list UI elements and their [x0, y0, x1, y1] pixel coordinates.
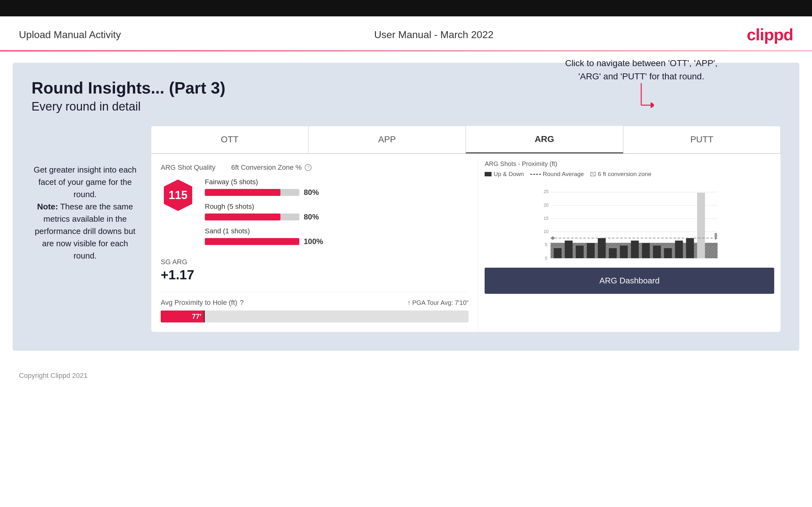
- arg-dashboard-button[interactable]: ARG Dashboard: [485, 268, 774, 294]
- card-body: ARG Shot Quality 6ft Conversion Zone % ?: [151, 154, 780, 332]
- legend-6ft: 6 ft conversion zone: [590, 171, 651, 178]
- bar-track-rough: [205, 214, 299, 220]
- sg-label: SG ARG: [161, 258, 468, 266]
- card-right: ARG Shots - Proximity (ft) Up & Down Rou…: [478, 154, 780, 332]
- proximity-bar-track: 77': [161, 311, 468, 323]
- svg-text:25: 25: [544, 189, 549, 194]
- arg-shot-quality-label: ARG Shot Quality: [161, 163, 215, 172]
- manual-title: User Manual - March 2022: [374, 29, 494, 41]
- insight-text: Get greater insight into each facet of y…: [32, 164, 139, 262]
- legend-updown-label: Up & Down: [494, 171, 524, 178]
- legend-roundavg-label: Round Average: [543, 171, 584, 178]
- hexagon-value: 115: [168, 189, 188, 202]
- note-label: Note:: [37, 202, 58, 211]
- bar-fill-fairway: [205, 189, 281, 196]
- bar-label-fairway: Fairway (5 shots): [205, 178, 468, 186]
- svg-rect-26: [620, 246, 628, 258]
- tab-ott[interactable]: OTT: [151, 126, 308, 153]
- score-row: 115 Fairway (5 shots): [161, 178, 468, 251]
- proximity-header: Avg Proximity to Hole (ft) ? ↑ PGA Tour …: [161, 298, 468, 307]
- hexagon-wrap: 115: [161, 178, 195, 213]
- legend-up-down: Up & Down: [485, 171, 524, 178]
- proximity-bar-value: 77': [192, 313, 204, 321]
- svg-text:0: 0: [545, 256, 548, 261]
- bar-pct-fairway: 80%: [304, 188, 319, 197]
- bar-fill-rough: [205, 214, 281, 220]
- svg-text:10: 10: [544, 229, 549, 234]
- svg-rect-23: [587, 243, 595, 258]
- svg-rect-20: [554, 248, 562, 258]
- sg-value: +1.17: [161, 267, 468, 282]
- chart-svg-wrap: 0 5 10 15 20 25 30: [485, 183, 774, 265]
- svg-marker-2: [651, 102, 654, 108]
- chart-title-text: ARG Shots - Proximity (ft): [485, 160, 557, 167]
- chart-title: ARG Shots - Proximity (ft): [485, 160, 774, 168]
- proximity-bar-wrap: 77': [161, 311, 468, 323]
- svg-rect-30: [664, 248, 672, 258]
- svg-text:15: 15: [544, 216, 549, 221]
- bar-row-sand: Sand (1 shots) 100%: [205, 227, 468, 246]
- main-content: Round Insights... (Part 3) Every round i…: [13, 63, 799, 351]
- legend-6ft-label: 6 ft conversion zone: [598, 171, 651, 178]
- legend-dashed-line: [530, 174, 541, 175]
- header-divider: [0, 50, 812, 51]
- proximity-label: Avg Proximity to Hole (ft) ?: [161, 298, 244, 307]
- legend-round-avg: Round Average: [530, 171, 584, 178]
- pga-avg: ↑ PGA Tour Avg: 7'10": [407, 299, 469, 306]
- annotation-text: Click to navigate between 'OTT', 'APP','…: [565, 57, 717, 83]
- proximity-section: Avg Proximity to Hole (ft) ? ↑ PGA Tour …: [161, 292, 468, 323]
- bar-track-sand: [205, 238, 299, 245]
- bar-row-rough: Rough (5 shots) 80%: [205, 203, 468, 221]
- legend-box-updown: [485, 172, 492, 176]
- left-panel: Get greater insight into each facet of y…: [32, 126, 139, 332]
- copyright: Copyright Clippd 2021: [19, 372, 88, 380]
- tab-arg[interactable]: ARG: [466, 126, 623, 153]
- svg-text:5: 5: [545, 242, 548, 247]
- proximity-help-icon[interactable]: ?: [240, 298, 244, 307]
- conversion-label: 6ft Conversion Zone %: [231, 163, 302, 172]
- tabs: OTT APP ARG PUTT: [151, 126, 780, 154]
- svg-rect-24: [598, 238, 606, 258]
- proximity-cursor: [204, 311, 205, 323]
- top-bar: [0, 0, 812, 16]
- main-card: OTT APP ARG PUTT ARG Shot Quality 6ft Co…: [151, 126, 780, 332]
- svg-rect-22: [576, 246, 584, 258]
- content-layout: Get greater insight into each facet of y…: [32, 126, 780, 332]
- upload-manual-activity[interactable]: Upload Manual Activity: [19, 29, 121, 41]
- help-icon[interactable]: ?: [305, 164, 312, 171]
- svg-rect-31: [675, 240, 683, 258]
- nav-annotation: Click to navigate between 'OTT', 'APP','…: [565, 57, 717, 116]
- annotation-arrow: [628, 83, 654, 115]
- sg-section: SG ARG +1.17: [161, 258, 468, 282]
- bar-row-fairway: Fairway (5 shots) 80%: [205, 178, 468, 197]
- bar-track-fairway: [205, 189, 299, 196]
- hexagon-score: 115: [161, 178, 195, 213]
- clippd-logo: clippd: [747, 25, 793, 44]
- shot-quality-header: ARG Shot Quality 6ft Conversion Zone % ?: [161, 163, 468, 172]
- bar-rows: Fairway (5 shots) 80% Rou: [205, 178, 468, 251]
- header: Upload Manual Activity User Manual - Mar…: [0, 16, 812, 50]
- svg-marker-35: [551, 236, 555, 240]
- proximity-label-text: Avg Proximity to Hole (ft): [161, 298, 237, 307]
- bar-fill-sand: [205, 238, 299, 245]
- chart-legend: Up & Down Round Average 6 ft conversion …: [485, 171, 774, 178]
- svg-rect-32: [686, 238, 694, 258]
- bar-label-sand: Sand (1 shots): [205, 227, 468, 235]
- svg-rect-33: [697, 193, 705, 258]
- chart-svg: 0 5 10 15 20 25 30: [485, 183, 774, 265]
- tab-putt[interactable]: PUTT: [623, 126, 781, 153]
- bar-label-rough: Rough (5 shots): [205, 203, 468, 211]
- svg-rect-25: [609, 248, 617, 258]
- bar-pct-sand: 100%: [304, 237, 323, 246]
- svg-text:20: 20: [544, 203, 549, 208]
- legend-6ft-box: [590, 172, 596, 176]
- footer: Copyright Clippd 2021: [0, 362, 812, 389]
- tab-app[interactable]: APP: [308, 126, 466, 153]
- bar-pct-rough: 80%: [304, 213, 319, 221]
- svg-rect-21: [565, 240, 573, 258]
- card-left: ARG Shot Quality 6ft Conversion Zone % ?: [151, 154, 478, 332]
- svg-rect-27: [631, 240, 639, 258]
- svg-rect-29: [653, 246, 661, 258]
- svg-text:8: 8: [715, 232, 717, 238]
- svg-rect-28: [642, 243, 650, 258]
